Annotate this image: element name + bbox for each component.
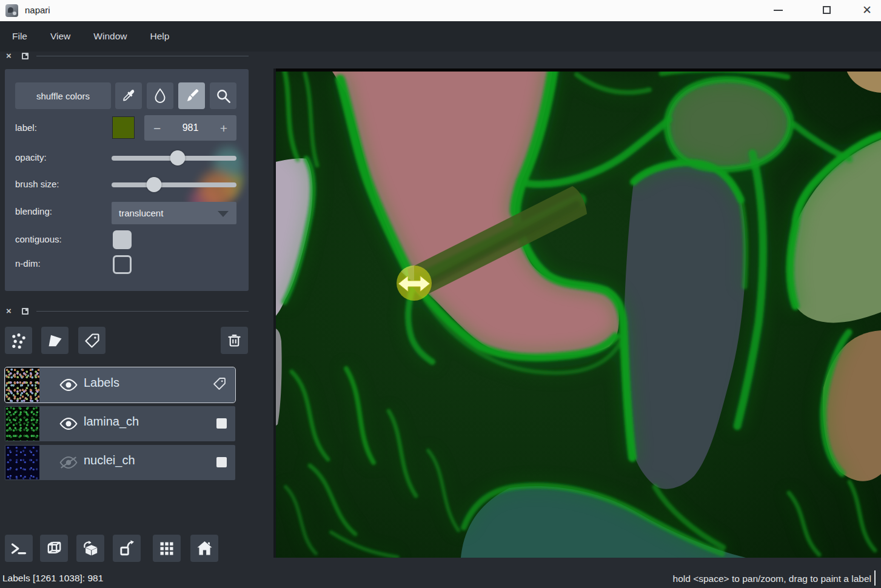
- viewer-canvas[interactable]: [273, 68, 881, 558]
- grid-view-button[interactable]: [153, 535, 181, 562]
- tag-icon: [84, 332, 101, 349]
- eye-hidden-icon: [58, 456, 79, 469]
- rotate-cube-icon: [81, 540, 100, 558]
- canvas-left-edge: [273, 68, 276, 558]
- menu-help[interactable]: Help: [142, 27, 176, 45]
- panel-divider: [36, 311, 249, 312]
- label-color-swatch[interactable]: [112, 116, 135, 139]
- layerlist-panel-header: ×: [5, 309, 249, 317]
- ndim-checkbox[interactable]: [113, 255, 132, 274]
- cube-wireframe-icon: [45, 540, 63, 557]
- canvas-top-edge: [273, 68, 881, 72]
- console-icon: [10, 540, 28, 557]
- brush-size-slider[interactable]: [112, 182, 236, 187]
- maximize-icon: [823, 6, 831, 14]
- contiguous-label: contiguous:: [15, 234, 62, 244]
- menu-view[interactable]: View: [43, 27, 78, 45]
- label-spinbox: − 981 +: [144, 115, 236, 141]
- lamina-layer-thumbnail: [5, 407, 39, 441]
- window-minimize-button[interactable]: [764, 0, 792, 20]
- zoom-tool-button[interactable]: [210, 82, 236, 109]
- layer-row-lamina-ch[interactable]: lamina_ch: [5, 406, 235, 441]
- shuffle-colors-button[interactable]: shuffle colors: [15, 82, 111, 109]
- roll-dimensions-button[interactable]: [76, 535, 104, 562]
- increment-button[interactable]: +: [220, 122, 227, 135]
- opacity-slider[interactable]: [112, 156, 236, 161]
- color-picker-tool-button[interactable]: [115, 82, 142, 109]
- float-panel-icon[interactable]: [22, 308, 28, 315]
- nuclei-layer-thumbnail: [5, 446, 39, 479]
- droplet-icon: [153, 88, 167, 104]
- shapes-icon: [47, 332, 64, 349]
- napari-app-icon: [5, 4, 18, 17]
- magnifier-icon: [215, 88, 232, 104]
- close-icon: ✕: [862, 4, 872, 16]
- trash-icon: [226, 332, 243, 349]
- fill-tool-button[interactable]: [147, 82, 173, 109]
- grid-icon: [158, 540, 175, 557]
- new-points-layer-button[interactable]: [5, 327, 32, 354]
- window-titlebar: napari ✕: [0, 0, 881, 21]
- layer-row-labels[interactable]: Labels: [5, 367, 235, 403]
- delete-layer-button[interactable]: [221, 327, 248, 354]
- paintbrush-icon: [184, 88, 199, 104]
- image-type-badge: [216, 415, 227, 429]
- home-icon: [196, 540, 213, 557]
- menu-window[interactable]: Window: [86, 27, 134, 45]
- console-button[interactable]: [5, 535, 33, 562]
- new-labels-layer-button[interactable]: [78, 327, 106, 354]
- window-close-button[interactable]: ✕: [853, 0, 881, 20]
- square-icon: [216, 418, 227, 429]
- close-panel-icon[interactable]: ×: [6, 51, 12, 60]
- eye-icon: [58, 417, 79, 430]
- opacity-slider-handle[interactable]: [170, 150, 186, 165]
- transpose-dimensions-button[interactable]: [113, 535, 141, 562]
- blending-label: blending:: [15, 206, 52, 216]
- eyedropper-icon: [121, 88, 136, 104]
- layer-row-nuclei-ch[interactable]: nuclei_ch: [5, 445, 235, 480]
- new-shapes-layer-button[interactable]: [41, 327, 69, 354]
- controls-panel-header: ×: [5, 53, 249, 62]
- brush-size-label: brush size:: [15, 179, 59, 189]
- minimize-icon: [774, 10, 783, 11]
- layer-name: Labels: [84, 376, 119, 390]
- brush-cursor: [397, 266, 432, 301]
- status-caret: [874, 570, 876, 586]
- square-icon: [216, 457, 227, 467]
- window-title: napari: [25, 5, 50, 15]
- layer-name: lamina_ch: [84, 415, 139, 429]
- menu-file[interactable]: File: [5, 27, 35, 45]
- visibility-toggle[interactable]: [56, 376, 81, 393]
- label-field-label: label:: [15, 122, 37, 133]
- menu-bar: File View Window Help: [0, 21, 881, 52]
- transpose-icon: [118, 540, 136, 557]
- home-reset-view-button[interactable]: [190, 535, 218, 562]
- opacity-label: opacity:: [15, 152, 47, 162]
- status-coordinates: Labels [1261 1038]: 981: [2, 573, 103, 584]
- status-hint: hold <space> to pan/zoom, drag to paint …: [673, 573, 871, 584]
- blending-dropdown[interactable]: translucent: [112, 202, 236, 224]
- float-panel-icon[interactable]: [22, 53, 28, 59]
- visibility-toggle[interactable]: [56, 454, 81, 471]
- chevron-down-icon: [218, 211, 229, 217]
- labels-layer-thumbnail: [5, 368, 39, 402]
- points-icon: [10, 332, 27, 349]
- contiguous-checkbox[interactable]: [113, 230, 132, 249]
- close-panel-icon[interactable]: ×: [6, 306, 12, 315]
- napari-logo-watermark: [175, 133, 244, 212]
- paint-tool-button[interactable]: [178, 82, 205, 109]
- visibility-toggle[interactable]: [56, 415, 81, 432]
- label-value[interactable]: 981: [183, 122, 199, 133]
- ndim-label: n-dim:: [15, 258, 41, 269]
- labels-type-badge: [212, 376, 227, 393]
- decrement-button[interactable]: −: [153, 122, 161, 135]
- panel-divider: [36, 56, 249, 56]
- layer-controls-panel: shuffle colors label: − 981 + opacity: b…: [5, 69, 249, 291]
- blending-value: translucent: [119, 208, 163, 218]
- tag-icon: [212, 376, 227, 391]
- brush-size-slider-handle[interactable]: [147, 177, 162, 192]
- ndisplay-toggle-button[interactable]: [40, 535, 68, 562]
- layer-name: nuclei_ch: [84, 453, 135, 467]
- window-maximize-button[interactable]: [812, 0, 840, 20]
- eye-icon: [58, 378, 79, 392]
